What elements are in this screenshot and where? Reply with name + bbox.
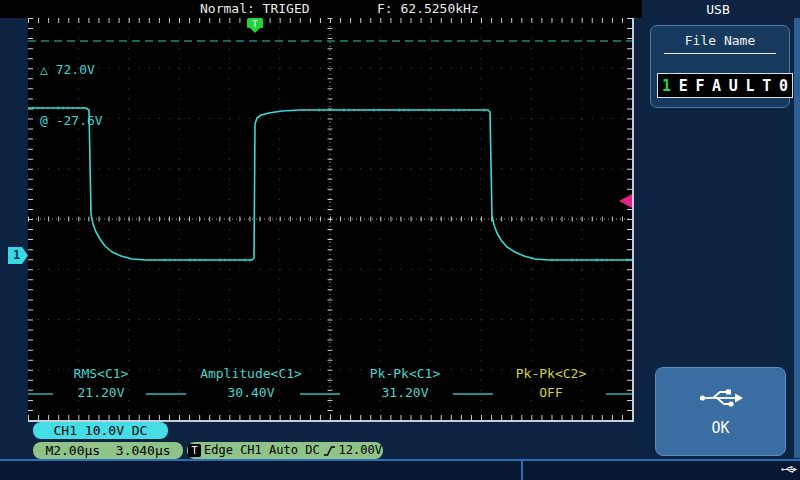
file-name-title: File Name: [651, 33, 789, 48]
trigger-settings-badge: T Edge CH1 Auto DC 12.00V: [187, 442, 383, 459]
filename-char: A: [712, 77, 721, 95]
measurement: RMS<C1>21.20V: [26, 364, 176, 402]
usb-icon: [698, 387, 744, 409]
cursor-at-value: @ -27.6V: [40, 112, 103, 129]
measurement-value: OFF: [476, 383, 626, 402]
channel1-position-marker: 1: [8, 247, 28, 264]
measurement-label: Amplitude<C1>: [176, 364, 326, 383]
bottom-strip-divider: [521, 461, 523, 480]
channel1-settings-badge: CH1 10.0V DC: [33, 422, 168, 439]
right-edge-strip: [794, 18, 800, 458]
timebase-badge: M2.00μs 3.040μs: [33, 442, 183, 459]
ok-button[interactable]: OK: [655, 367, 786, 456]
filename-char: F: [695, 77, 704, 95]
top-status-bar: Normal: TRIGED F: 62.5250kHz: [0, 0, 642, 18]
trigger-settings-text: Edge CH1 Auto DC: [204, 442, 320, 459]
filename-char: L: [746, 77, 755, 95]
measurement: Amplitude<C1>30.40V: [176, 364, 326, 402]
measurement-label: Pk-Pk<C1>: [330, 364, 480, 383]
cursor-delta-value: △ 72.0V: [40, 61, 103, 78]
filename-char: 0: [779, 77, 788, 95]
trigger-level-arrow: [619, 194, 632, 208]
filename-char: 1: [662, 77, 671, 95]
usb-connected-icon: [781, 465, 797, 474]
trigger-status: Normal: TRIGED: [200, 1, 310, 16]
ok-button-label: OK: [711, 419, 729, 437]
title-underline: [664, 53, 776, 54]
cursor-readout: △ 72.0V @ -27.6V: [40, 27, 103, 163]
measurement-label: RMS<C1>: [26, 364, 176, 383]
filename-char: U: [729, 77, 738, 95]
rising-edge-icon: [323, 444, 336, 458]
filename-field[interactable]: 1EFAULT0: [657, 73, 793, 98]
oscilloscope-ui: Normal: TRIGED F: 62.5250kHz USB T △ 72.…: [0, 0, 800, 480]
trigger-level-value: 12.00V: [339, 442, 382, 459]
file-name-panel: File Name 1EFAULT0: [650, 25, 790, 108]
measurement-value: 21.20V: [26, 383, 176, 402]
bottom-strip: [0, 461, 800, 480]
scope-screen: T △ 72.0V @ -27.6V RMS<C1>21.20VAmplitud…: [28, 18, 634, 422]
svg-text:T: T: [252, 19, 258, 29]
filename-char: E: [679, 77, 688, 95]
measurement-value: 31.20V: [330, 383, 480, 402]
measurement-label: Pk-Pk<C2>: [476, 364, 626, 383]
graticule-and-trace: T: [28, 18, 632, 420]
frequency-readout: F: 62.5250kHz: [377, 1, 479, 16]
measurement: Pk-Pk<C1>31.20V: [330, 364, 480, 402]
filename-char: T: [762, 77, 771, 95]
usb-mode-label: USB: [642, 2, 794, 17]
measurement-value: 30.40V: [176, 383, 326, 402]
trigger-position-marker: T: [247, 18, 263, 33]
trigger-t-icon: T: [188, 444, 201, 457]
measurement: Pk-Pk<C2>OFF: [476, 364, 626, 402]
